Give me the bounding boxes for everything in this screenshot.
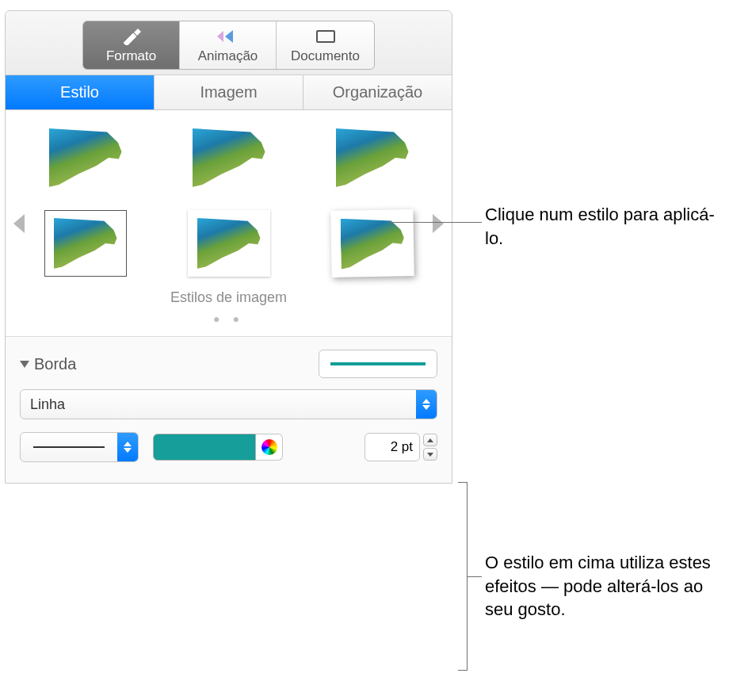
callout-effects: O estilo em cima utiliza estes efeitos —… bbox=[485, 551, 723, 622]
tab-image[interactable]: Imagem bbox=[155, 75, 303, 109]
border-size-stepper[interactable] bbox=[423, 434, 437, 461]
border-size-input[interactable] bbox=[364, 433, 420, 461]
border-disclosure[interactable]: Borda bbox=[20, 355, 76, 373]
styles-prev-arrow[interactable] bbox=[13, 214, 25, 233]
document-icon bbox=[315, 26, 337, 47]
border-color-well[interactable] bbox=[153, 432, 283, 462]
select-arrows-icon bbox=[117, 433, 138, 461]
format-button[interactable]: Formato bbox=[83, 21, 180, 69]
styles-caption: Estilos de imagem bbox=[29, 289, 428, 306]
style-thumbnail[interactable] bbox=[44, 124, 127, 191]
format-label: Formato bbox=[106, 48, 156, 64]
border-type-value: Linha bbox=[30, 396, 65, 413]
styles-next-arrow[interactable] bbox=[433, 214, 444, 233]
border-style-preview[interactable] bbox=[319, 350, 437, 378]
iguana-preview-icon bbox=[193, 128, 265, 187]
iguana-preview-icon bbox=[49, 128, 122, 187]
document-button[interactable]: Documento bbox=[277, 21, 374, 69]
style-thumbnail[interactable] bbox=[330, 209, 414, 277]
inspector-tabs: Estilo Imagem Organização bbox=[6, 75, 452, 110]
svg-rect-0 bbox=[317, 31, 334, 42]
style-thumbnail[interactable] bbox=[188, 210, 270, 277]
stepper-down-icon[interactable] bbox=[423, 448, 437, 461]
color-wheel-icon bbox=[261, 439, 277, 455]
image-styles-section: Estilos de imagem ● ● bbox=[6, 110, 452, 336]
callout-apply-style: Clique num estilo para aplicá-lo. bbox=[485, 203, 715, 250]
line-style-preview-icon bbox=[33, 446, 105, 448]
style-thumbnail[interactable] bbox=[188, 124, 270, 191]
stepper-up-icon[interactable] bbox=[423, 434, 437, 446]
border-section: Borda Linha bbox=[6, 336, 452, 483]
callout-leader-line bbox=[388, 222, 482, 223]
select-arrows-icon bbox=[416, 390, 437, 419]
disclosure-triangle-icon bbox=[20, 361, 29, 368]
line-style-select[interactable] bbox=[20, 432, 139, 462]
style-thumbnail[interactable] bbox=[331, 124, 414, 191]
iguana-preview-icon bbox=[340, 217, 404, 269]
toolbar: Formato Animação Documento bbox=[6, 11, 452, 75]
iguana-preview-icon bbox=[197, 218, 261, 269]
color-swatch bbox=[153, 434, 256, 461]
callout-bracket bbox=[458, 482, 468, 671]
animation-icon bbox=[216, 26, 241, 47]
inspector-panel: Formato Animação Documento Estilo Imagem… bbox=[5, 10, 452, 484]
style-thumbnail[interactable] bbox=[44, 210, 127, 277]
iguana-preview-icon bbox=[54, 218, 117, 269]
animation-button[interactable]: Animação bbox=[180, 21, 277, 69]
border-preview-line-icon bbox=[330, 362, 426, 365]
border-type-select[interactable]: Linha bbox=[20, 389, 437, 419]
toolbar-segmented-control: Formato Animação Documento bbox=[82, 21, 375, 70]
paintbrush-icon bbox=[121, 26, 142, 47]
iguana-preview-icon bbox=[336, 128, 409, 187]
tab-arrange[interactable]: Organização bbox=[303, 75, 452, 109]
border-title: Borda bbox=[34, 355, 76, 373]
page-dots[interactable]: ● ● bbox=[29, 312, 428, 325]
color-picker-button[interactable] bbox=[256, 434, 283, 461]
callout-leader-line bbox=[468, 576, 482, 577]
document-label: Documento bbox=[291, 48, 360, 64]
animation-label: Animação bbox=[198, 48, 258, 64]
tab-style[interactable]: Estilo bbox=[6, 75, 155, 109]
